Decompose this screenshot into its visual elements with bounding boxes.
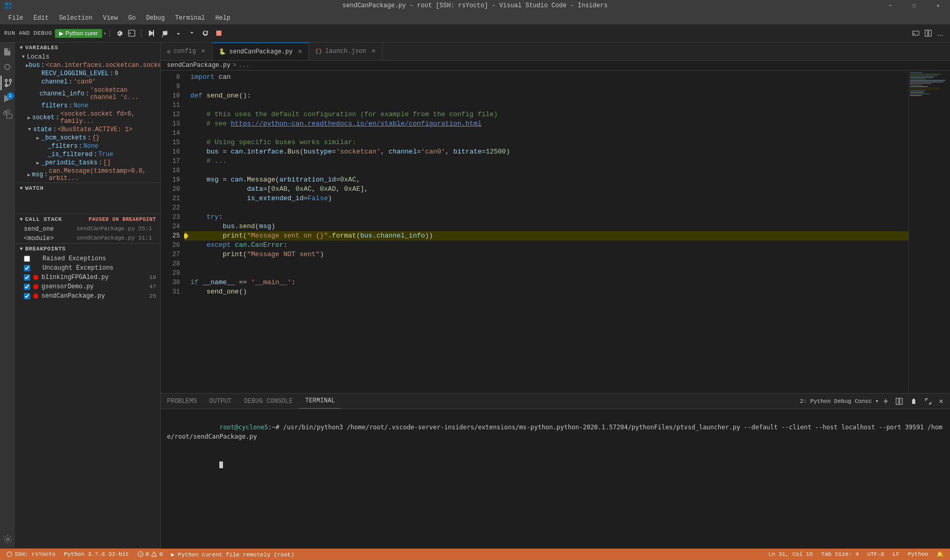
activity-settings[interactable] (1, 532, 15, 547)
config-dropdown-icon[interactable]: ▾ (103, 30, 107, 37)
step-over-button[interactable] (158, 27, 172, 39)
bcm-value: {} (92, 134, 100, 142)
var-bcm[interactable]: ▶ _bcm_sockets : {} (16, 134, 160, 142)
tab-config[interactable]: ⚙ config × (161, 43, 213, 60)
panel-tab-output[interactable]: OUTPUT (203, 394, 238, 409)
bp-blinking[interactable]: blinkingFPGAled.py 18 (16, 273, 160, 282)
restart-button[interactable] (199, 27, 212, 39)
var-filters2[interactable]: _filters : None (16, 142, 160, 150)
panel-tab-debug-console[interactable]: DEBUG CONSOLE (238, 394, 299, 409)
status-python[interactable]: Python 3.7.6 32-bit (64, 551, 129, 557)
tab-sendcan[interactable]: 🐍 sendCanPackage.py × (213, 43, 309, 60)
run-button[interactable]: ▶ Python curer (55, 29, 102, 38)
terminal-content[interactable]: root@cyclone5:~# /usr/bin/python3 /home/… (161, 409, 950, 549)
line-num-27: 27 (165, 250, 180, 259)
add-terminal-button[interactable]: + (881, 395, 890, 408)
run-and-debug-label: RUN AND DEBUG (4, 30, 52, 36)
maximize-button[interactable]: □ (902, 0, 926, 11)
menu-file[interactable]: File (4, 13, 27, 23)
code-line-27: print("Message NOT sent") (184, 250, 909, 259)
svg-rect-1 (9, 3, 11, 5)
bp-gsensor[interactable]: gsensorDemo.py 47 (16, 282, 160, 291)
tab-config-close[interactable]: × (201, 47, 205, 55)
maximize-panel-button[interactable] (922, 396, 934, 407)
var-bus[interactable]: ▶ bus : <can.interfaces.socketcan.socket… (16, 61, 160, 69)
status-feedback[interactable]: 🔔 (937, 551, 944, 558)
menu-go[interactable]: Go (124, 13, 139, 23)
close-button[interactable]: ✕ (926, 0, 950, 11)
minimize-button[interactable]: ─ (878, 0, 902, 11)
tab-launch[interactable]: {} launch.json × (309, 43, 383, 60)
var-channel-info[interactable]: channel_info : 'socketcan channel 'c... (16, 86, 160, 102)
svg-rect-0 (5, 3, 8, 5)
status-encoding[interactable]: UTF-8 (867, 551, 884, 558)
trash-terminal-button[interactable] (907, 396, 920, 407)
callstack-header[interactable]: ▼ CALL STACK PAUSED ON BREAKPOINT (16, 214, 160, 225)
tab-launch-close[interactable]: × (371, 47, 375, 55)
var-channel[interactable]: channel : 'can0' (16, 78, 160, 86)
activity-source-control[interactable] (1, 76, 15, 90)
stack-item-send-one[interactable]: send_one sendCanPackage.py 25:1 (16, 225, 160, 234)
status-line-ending[interactable]: LF (892, 551, 899, 558)
breadcrumb-path[interactable]: ... (239, 62, 250, 69)
bp-uncaught-checkbox[interactable] (24, 265, 30, 271)
status-tab-size[interactable]: Tab Size: 4 (821, 551, 859, 558)
menu-edit[interactable]: Edit (30, 13, 53, 23)
code-line-19: msg = can.Message(arbitration_id=0xAC, (184, 175, 909, 185)
tab-sendcan-close[interactable]: × (298, 48, 302, 56)
bp-blinking-checkbox[interactable] (24, 274, 30, 281)
settings-button[interactable] (113, 28, 125, 38)
warnings-count: 0 (159, 551, 163, 557)
var-msg[interactable]: ▶ msg : can.Message(timestamp=0.0, arbit… (16, 167, 160, 183)
more-button[interactable]: ... (934, 27, 946, 39)
bp-raised-checkbox[interactable] (24, 256, 30, 262)
bp-uncaught-exceptions[interactable]: Uncaught Exceptions (16, 263, 160, 273)
menu-view[interactable]: View (99, 13, 122, 23)
var-state[interactable]: ▼ state : <BusState.ACTIVE: 1> (16, 125, 160, 134)
new-terminal-button[interactable] (125, 28, 138, 38)
stop-button[interactable] (212, 27, 226, 39)
code-content[interactable]: import can def send_one(): # this us (184, 71, 909, 393)
var-recv[interactable]: RECV_LOGGING_LEVEL : 9 (16, 69, 160, 78)
status-errors[interactable]: × 0 ! 0 (137, 551, 163, 557)
variables-header[interactable]: ▼ VARIABLES (16, 43, 160, 53)
close-panel-button[interactable]: × (937, 396, 946, 407)
menu-debug[interactable]: Debug (142, 13, 169, 23)
activity-extensions[interactable] (1, 107, 15, 121)
locals-header[interactable]: ▼ Locals (16, 53, 160, 61)
var-socket[interactable]: ▶ socket : <socket.socket fd=6, family..… (16, 110, 160, 125)
status-language[interactable]: Python (907, 551, 928, 558)
config-name: Python curer (65, 30, 97, 36)
bp-sendcan[interactable]: sendCanPackage.py 25 (16, 291, 160, 301)
bp-raised-exceptions[interactable]: Raised Exceptions (16, 254, 160, 263)
status-ssh[interactable]: SSH: rsYocto (6, 551, 55, 557)
step-out-button[interactable] (185, 27, 199, 39)
menu-selection[interactable]: Selection (55, 13, 97, 23)
periodic-name: _periodic_tasks (41, 159, 97, 166)
var-is-filtered[interactable]: _is_filtered : True (16, 150, 160, 159)
menu-help[interactable]: Help (211, 13, 234, 23)
bp-sendcan-checkbox[interactable] (24, 293, 30, 299)
step-into-button[interactable] (172, 27, 185, 39)
status-debug-run[interactable]: ▶ Python curent file remotely (root) (171, 551, 295, 558)
terminal-select[interactable]: 2: Python Debug Consc ▾ (800, 398, 879, 404)
callstack-section: ▼ CALL STACK PAUSED ON BREAKPOINT send_o… (16, 214, 160, 244)
bp-gsensor-checkbox[interactable] (24, 284, 30, 290)
status-position[interactable]: Ln 31, Col 15 (769, 551, 813, 558)
remote-debug-button[interactable] (910, 28, 922, 38)
activity-explorer[interactable] (1, 45, 15, 59)
split-editor-button[interactable] (922, 28, 934, 38)
watch-header[interactable]: ▼ WATCH (16, 183, 160, 193)
activity-run-debug[interactable]: ! 1 (1, 91, 15, 106)
panel-tab-problems[interactable]: PROBLEMS (161, 394, 203, 409)
var-periodic[interactable]: ▶ _periodic_tasks : [] (16, 159, 160, 167)
activity-search[interactable] (1, 60, 15, 75)
stack-item-module[interactable]: <module> sendCanPackage.py 31:1 (16, 234, 160, 243)
var-filters[interactable]: filters : None (16, 102, 160, 110)
breakpoints-header[interactable]: ▼ BREAKPOINTS (16, 244, 160, 254)
menu-terminal[interactable]: Terminal (171, 13, 209, 23)
split-terminal-button[interactable] (893, 396, 905, 407)
breadcrumb-file[interactable]: sendCanPackage.py (167, 62, 230, 69)
continue-button[interactable] (145, 27, 158, 39)
panel-tab-terminal[interactable]: TERMINAL (299, 394, 341, 409)
